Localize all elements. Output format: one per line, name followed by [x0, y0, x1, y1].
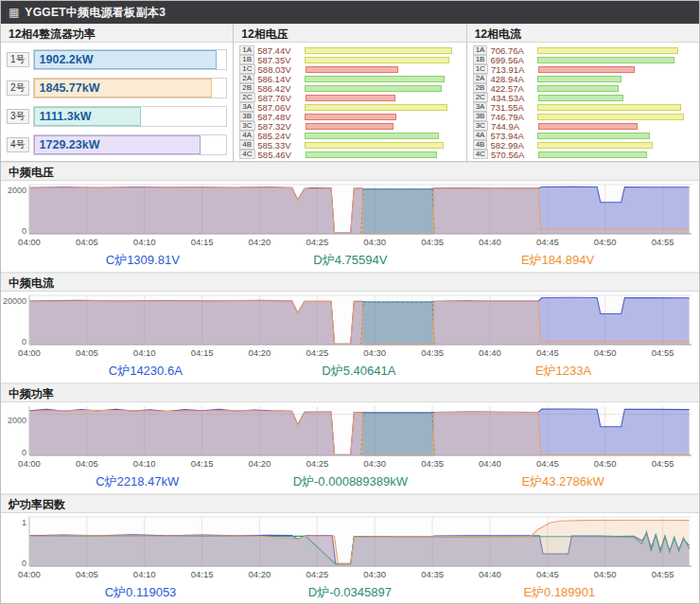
- svg-text:04:40: 04:40: [479, 569, 501, 579]
- phase-row: 1B587.35V: [239, 55, 460, 64]
- phase-row-label: 3A: [473, 102, 488, 112]
- rectifier-bar-value: 1845.77kW: [40, 81, 100, 95]
- phase-row: 4A585.24V: [239, 131, 460, 140]
- rectifier-row: 2号1845.77kW: [7, 76, 227, 100]
- svg-text:04:50: 04:50: [594, 569, 617, 579]
- svg-text:04:00: 04:00: [18, 569, 41, 579]
- phase-row-label: 2A: [239, 74, 254, 83]
- svg-text:04:55: 04:55: [652, 237, 674, 247]
- titlebar: ▦ YGGET中频电源看板副本3: [1, 1, 699, 24]
- svg-text:04:10: 04:10: [133, 458, 156, 469]
- phase-bar-track: [538, 95, 693, 101]
- phase-row-label: 1B: [473, 55, 488, 64]
- phase-row-label: 1A: [473, 45, 488, 55]
- phase-row-label: 2C: [473, 93, 488, 102]
- svg-text:04:00: 04:00: [18, 458, 41, 469]
- rectifier-row-label: 4号: [7, 137, 29, 152]
- phase-row: 1B699.56A: [473, 55, 693, 64]
- svg-text:04:25: 04:25: [306, 458, 328, 469]
- svg-text:04:55: 04:55: [652, 569, 674, 579]
- section-mf-power: 中频功率 2000004:0004:0504:1004:1504:2004:25…: [1, 383, 699, 494]
- phase-bar-track: [305, 47, 461, 54]
- chart-legend-item: E炉0.189901: [523, 584, 595, 601]
- phase-row: 1C713.91A: [473, 64, 693, 74]
- svg-text:04:35: 04:35: [421, 569, 444, 579]
- svg-text:04:40: 04:40: [479, 347, 501, 358]
- phase-row-label: 4C: [239, 150, 254, 159]
- svg-text:2000: 2000: [8, 186, 26, 195]
- rectifier-row-label: 2号: [7, 80, 29, 96]
- chart-legend-item: D炉-0.000889389kW: [293, 473, 408, 490]
- rectifier-bar-value: 1729.23kW: [40, 138, 100, 151]
- chart-legend-item: C炉0.119053: [105, 584, 177, 601]
- rectifier-bar-track: 1111.3kW: [33, 106, 228, 127]
- rectifier-row-label: 3号: [7, 109, 29, 124]
- phase-row: 1A587.44V: [239, 45, 460, 55]
- phase-row-value: 585.46V: [258, 150, 303, 160]
- phase-bar-track: [537, 76, 693, 82]
- phase-row: 2A428.94A: [473, 74, 693, 83]
- phase-row: 3B587.48V: [239, 112, 460, 121]
- phase-row: 1A706.76A: [473, 45, 693, 55]
- phase-row: 2B422.57A: [473, 83, 693, 93]
- svg-text:04:05: 04:05: [76, 347, 98, 358]
- panel-phase-voltage: 12相电压 1A587.44V1B587.35V1C588.03V2A586.1…: [234, 24, 466, 161]
- phase-bar-track: [538, 123, 693, 130]
- rectifier-bar-track: 1845.77kW: [33, 78, 228, 98]
- time-series-chart-power-factor[interactable]: 1004:0004:0504:1004:1504:2004:2504:3004:…: [1, 513, 699, 581]
- svg-text:04:25: 04:25: [306, 347, 328, 358]
- section-title: 中频电流: [1, 273, 699, 292]
- phase-bar-track: [306, 151, 461, 158]
- time-series-chart-voltage[interactable]: 2000004:0004:0504:1004:1504:2004:2504:30…: [1, 181, 699, 249]
- chart-legend-item: E炉43.2786kW: [521, 473, 604, 490]
- phase-bar-track: [537, 85, 693, 92]
- phase-bar: [537, 47, 677, 54]
- phase-row: 3C744.9A: [473, 121, 693, 131]
- svg-text:0: 0: [22, 559, 26, 568]
- phase-bar: [538, 123, 638, 130]
- current-rows: 1A706.76A1B699.56A1C713.91A2A428.94A2B42…: [467, 43, 699, 161]
- phase-row: 4B585.33V: [239, 140, 460, 150]
- svg-text:04:10: 04:10: [133, 569, 156, 579]
- rectifier-bar-track: 1729.23kW: [33, 134, 228, 155]
- phase-row-label: 4A: [473, 131, 488, 140]
- svg-text:04:15: 04:15: [191, 237, 214, 247]
- svg-text:04:50: 04:50: [594, 237, 617, 247]
- panel-phase-current: 12相电流 1A706.76A1B699.56A1C713.91A2A428.9…: [467, 24, 699, 161]
- time-series-chart-current[interactable]: 20000004:0004:0504:1004:1504:2004:2504:3…: [1, 292, 699, 360]
- phase-bar-track: [305, 76, 461, 82]
- phase-bar: [537, 142, 653, 149]
- phase-row-label: 4B: [239, 140, 254, 150]
- phase-bar: [305, 57, 449, 63]
- phase-row: 4A573.94A: [473, 131, 693, 140]
- svg-text:04:30: 04:30: [363, 569, 386, 579]
- chart-legend: C炉2218.47kWD炉-0.000889389kWE炉43.2786kW: [1, 471, 699, 493]
- chart-legend-item: E炉1233A: [535, 363, 591, 380]
- phase-bar-track: [537, 47, 693, 54]
- svg-text:04:05: 04:05: [76, 458, 98, 469]
- svg-text:04:30: 04:30: [363, 458, 386, 469]
- svg-text:04:25: 04:25: [306, 237, 328, 247]
- phase-bar-track: [537, 133, 693, 139]
- phase-bar-track: [305, 114, 461, 120]
- svg-text:04:50: 04:50: [594, 347, 617, 358]
- svg-text:04:45: 04:45: [536, 237, 559, 247]
- phase-row: 2C587.76V: [239, 93, 460, 102]
- rectifier-row: 1号1902.2kW: [7, 47, 227, 72]
- phase-bar-track: [537, 104, 693, 111]
- time-series-chart-power[interactable]: 2000004:0004:0504:1004:1504:2004:2504:30…: [1, 402, 699, 471]
- svg-text:04:10: 04:10: [133, 237, 156, 247]
- svg-text:04:35: 04:35: [421, 237, 444, 247]
- section-title: 中频功率: [1, 383, 699, 402]
- chart-legend-item: E炉184.894V: [521, 252, 594, 269]
- svg-text:20000: 20000: [3, 296, 26, 306]
- phase-bar-track: [306, 123, 461, 130]
- svg-text:04:20: 04:20: [249, 458, 271, 469]
- phase-row: 3C587.32V: [239, 121, 460, 131]
- phase-row-value: 570.56A: [491, 150, 535, 160]
- chart-legend-item: D炉4.75594V: [313, 252, 387, 269]
- phase-bar: [537, 76, 621, 82]
- rectifier-bar-track: 1902.2kW: [33, 49, 228, 70]
- phase-bar-track: [538, 151, 693, 158]
- dashboard-grid-icon: ▦: [9, 7, 19, 18]
